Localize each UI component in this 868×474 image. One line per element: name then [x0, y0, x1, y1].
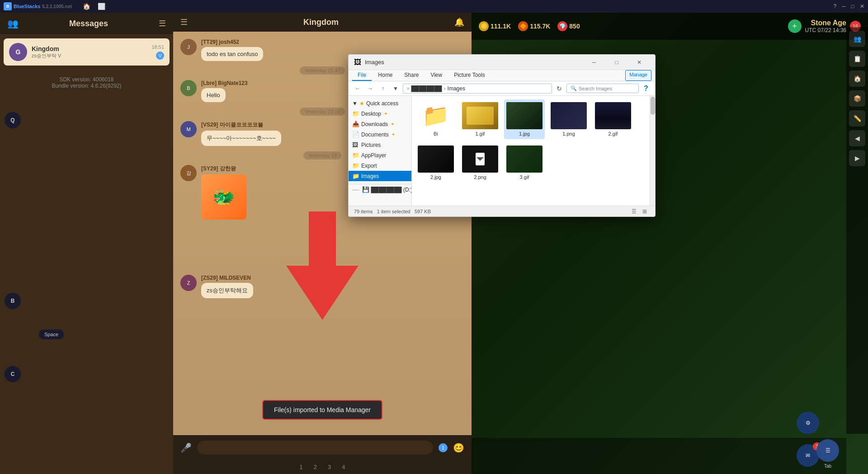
fe-list-view-btn[interactable]: ☰ [629, 207, 639, 216]
fe-nav-export-label: Export [361, 163, 377, 169]
rs-icon-5[interactable]: ✏️ [849, 110, 865, 127]
side-circle-q[interactable]: Q [5, 112, 21, 128]
msg-timestamp-2: Yesterday 23:16 [300, 108, 344, 116]
fe-nav-appplayer-label: AppPlayer [361, 152, 386, 159]
nav-num-3[interactable]: 3 [328, 464, 331, 470]
rs-icon-3[interactable]: 🏠 [849, 70, 865, 87]
fe-thumb-bi: 📁 [418, 102, 454, 129]
fe-close-btn[interactable]: ✕ [629, 56, 650, 69]
chat-bell-icon[interactable]: 🔔 [454, 17, 464, 27]
fe-tab-home[interactable]: Home [373, 70, 398, 81]
rs-icon-6[interactable]: ◀ [849, 130, 865, 146]
fe-recent-btn[interactable]: ▼ [390, 83, 401, 94]
fe-tab-picture-tools[interactable]: Picture Tools [448, 70, 490, 81]
desktop-pin-icon: ✦ [384, 111, 387, 116]
fe-nav-appplayer[interactable]: 📁 AppPlayer [349, 150, 411, 160]
chat-input[interactable] [197, 441, 433, 455]
chat-back-icon[interactable]: ☰ [180, 17, 188, 27]
fe-title-text: Images [365, 59, 384, 66]
microphone-icon[interactable]: 🎤 [180, 442, 192, 453]
images-icon: 📁 [352, 173, 359, 179]
fe-forward-btn[interactable]: → [365, 83, 376, 94]
fe-nav-pictures[interactable]: 🖼 Pictures [349, 140, 411, 150]
fe-help-btn[interactable]: ? [641, 83, 651, 94]
downloads-icon: 📥 [352, 121, 359, 127]
fe-back-btn[interactable]: ← [352, 83, 363, 94]
fe-file-1jpg[interactable]: 1.jpg [504, 99, 545, 139]
fe-thumb-1gif [462, 102, 498, 129]
fe-filename-2jpg: 2.jpg [430, 174, 441, 180]
tab-circle[interactable]: ☰ [816, 439, 839, 462]
fe-address-path[interactable]: » ████████ › Images [403, 84, 552, 94]
fe-file-1gif[interactable]: 1.gif [460, 99, 500, 139]
fe-file-2png[interactable]: 2.png [460, 143, 500, 183]
fe-thumb-2png [462, 145, 498, 173]
side-circle-c[interactable]: C [5, 366, 21, 382]
svg-marker-0 [286, 211, 359, 320]
fe-grid-view-btn[interactable]: ⊞ [640, 207, 650, 216]
hud-plus-btn[interactable]: + [788, 19, 802, 33]
fe-search-box[interactable]: 🔍 Search Images [566, 84, 639, 93]
fe-nav-export[interactable]: 📁 Export [349, 160, 411, 171]
topbar-help-icon[interactable]: ? [834, 3, 837, 9]
fe-maximize-btn[interactable]: □ [606, 56, 627, 69]
fe-thumb-2jpg [418, 145, 454, 173]
fe-filename-1png: 1.png [562, 131, 575, 136]
bs-topbar-icon2[interactable]: ⬜ [98, 3, 105, 10]
fe-ribbon-tabs: File Home Share View Picture Tools Manag… [349, 70, 655, 81]
fe-up-btn[interactable]: ↑ [377, 83, 388, 94]
fe-file-1png[interactable]: 1.png [548, 99, 589, 139]
fe-files-grid: 📁 Bi 1.gif [415, 99, 646, 183]
gear-circle[interactable]: ⚙ [797, 412, 819, 434]
kingdom-chat-item[interactable]: G Kingdom zs승인부탁 V 18:51 V [4, 38, 170, 66]
msg-avatar-3: M [180, 121, 197, 137]
topbar-minimize-icon[interactable]: ─ [842, 3, 846, 9]
hud-resource2-icon: 🔶 [518, 21, 528, 31]
fe-nav-desktop[interactable]: 📁 Desktop ✦ [349, 108, 411, 119]
mail-icon-container: ✉ 3 [797, 444, 819, 467]
fe-nav-images[interactable]: 📁 Images [349, 171, 411, 181]
fe-file-3gif[interactable]: 3.gif [504, 143, 545, 183]
fe-file-2jpg[interactable]: 2.jpg [415, 143, 456, 183]
fe-refresh-btn[interactable]: ↻ [554, 83, 565, 94]
msg-avatar-5: Z [180, 275, 197, 291]
rs-icon-7[interactable]: ▶ [849, 150, 865, 166]
fe-tab-share[interactable]: Share [399, 70, 424, 81]
topbar-close-icon[interactable]: ✕ [860, 3, 864, 9]
emoji-icon[interactable]: 😊 [453, 442, 464, 453]
fe-scrollbar[interactable] [650, 96, 655, 206]
messages-filter-icon[interactable]: ☰ [159, 19, 166, 28]
fe-titlebar: 🖼 Images ─ □ ✕ [349, 55, 655, 70]
fe-manage-btn[interactable]: Manage [625, 70, 651, 81]
msg-bubble-2: Hello [201, 88, 226, 102]
fe-file-bi[interactable]: 📁 Bi [415, 99, 456, 139]
nav-num-2[interactable]: 2 [314, 464, 317, 470]
side-circle-b[interactable]: B [5, 293, 21, 309]
tab-label: Tab [824, 464, 831, 469]
rs-icon-1[interactable]: 👥 [849, 31, 865, 47]
fe-title-icon: 🖼 [354, 58, 361, 66]
topbar-maximize-icon[interactable]: □ [851, 3, 854, 9]
fe-minimize-btn[interactable]: ─ [584, 56, 604, 69]
fe-nav-documents[interactable]: 📄 Documents ✦ [349, 129, 411, 140]
fe-nav-drive-d[interactable]: ── 💾 ████████ (D:) [349, 184, 411, 195]
fe-tab-file[interactable]: File [352, 70, 372, 81]
fe-scrollbar-thumb[interactable] [651, 97, 655, 115]
gear-icon-container: ⚙ [797, 412, 819, 434]
space-button[interactable]: Space [39, 329, 64, 339]
rs-icon-2[interactable]: 📋 [849, 51, 865, 67]
rs-icon-4[interactable]: 📦 [849, 90, 865, 107]
fe-path-parent: ████████ [411, 85, 442, 92]
fe-file-2gif[interactable]: 2.gif [593, 99, 633, 139]
bs-topbar-icon1[interactable]: 🏠 [83, 3, 90, 10]
fe-nav-downloads[interactable]: 📥 Downloads ✦ [349, 119, 411, 129]
fe-search-placeholder: Search Images [579, 86, 612, 91]
fe-tab-view[interactable]: View [425, 70, 448, 81]
nav-num-4[interactable]: 4 [342, 464, 345, 470]
sdk-version: SDK version: 4006018 [7, 76, 166, 83]
hud-resource1-value: 111.1K [491, 23, 511, 30]
nav-num-1[interactable]: 1 [300, 464, 303, 470]
fe-quickaccess-header[interactable]: ▼ ★ Quick access [349, 99, 411, 108]
messages-icon: 👥 [7, 18, 19, 29]
kingdom-time: 18:51 [151, 44, 164, 50]
